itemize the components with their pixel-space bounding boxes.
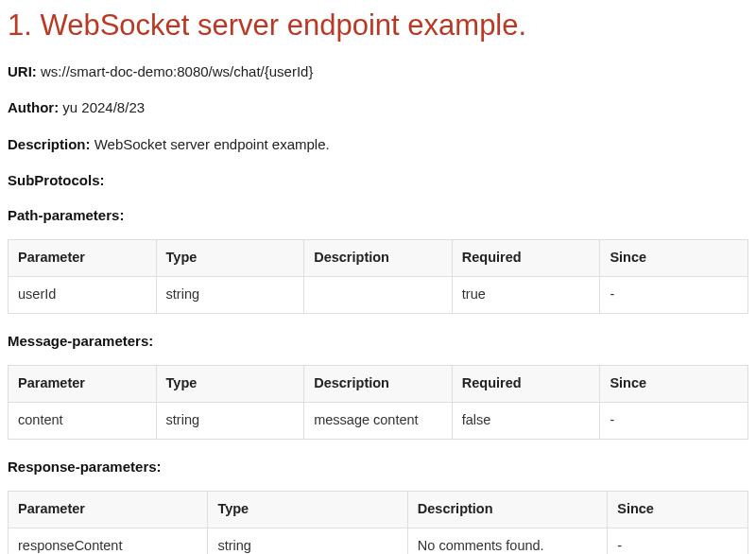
cell-since: -: [608, 528, 748, 555]
col-type: Type: [208, 492, 407, 528]
description-value: WebSocket server endpoint example.: [94, 136, 330, 152]
path-parameters-label-text: Path-parameters:: [8, 207, 124, 223]
col-required: Required: [452, 240, 600, 277]
path-parameters-label: Path-parameters:: [8, 205, 748, 227]
col-parameter: Parameter: [9, 240, 157, 277]
cell-since: -: [600, 403, 748, 440]
response-parameters-label: Response-parameters:: [8, 457, 748, 478]
table-row: responseContent string No comments found…: [9, 528, 748, 555]
uri-line: URI: ws://smart-doc-demo:8080/ws/chat/{u…: [8, 61, 748, 83]
col-since: Since: [600, 366, 748, 403]
response-parameters-label-text: Response-parameters:: [8, 459, 162, 475]
col-since: Since: [608, 492, 748, 528]
author-label: Author:: [8, 99, 59, 115]
description-line: Description: WebSocket server endpoint e…: [8, 134, 748, 156]
cell-since: -: [600, 277, 748, 314]
cell-parameter: responseContent: [9, 528, 208, 555]
cell-parameter: userId: [9, 277, 157, 314]
col-parameter: Parameter: [9, 366, 157, 403]
cell-description: message content: [304, 403, 453, 440]
cell-description: [304, 277, 453, 314]
col-required: Required: [452, 366, 600, 403]
response-parameters-table: Parameter Type Description Since respons…: [8, 491, 748, 554]
uri-value: ws://smart-doc-demo:8080/ws/chat/{userId…: [41, 63, 313, 79]
author-line: Author: yu 2024/8/23: [8, 97, 748, 119]
cell-parameter: content: [9, 403, 157, 440]
table-header-row: Parameter Type Description Since: [9, 492, 748, 528]
page-title: 1. WebSocket server endpoint example.: [8, 8, 748, 44]
cell-required: false: [452, 403, 600, 440]
table-row: content string message content false -: [9, 403, 748, 440]
table-header-row: Parameter Type Description Required Sinc…: [9, 240, 748, 277]
col-description: Description: [304, 366, 453, 403]
col-description: Description: [304, 240, 453, 277]
cell-description: No comments found.: [407, 528, 607, 555]
col-type: Type: [156, 366, 304, 403]
col-since: Since: [600, 240, 748, 277]
uri-label: URI:: [8, 63, 37, 79]
subprotocols-label-text: SubProtocols:: [8, 172, 105, 188]
path-parameters-table: Parameter Type Description Required Sinc…: [8, 239, 748, 314]
author-value: yu 2024/8/23: [62, 99, 145, 115]
table-row: userId string true -: [9, 277, 748, 314]
cell-type: string: [156, 403, 304, 440]
description-label: Description:: [8, 136, 91, 152]
col-parameter: Parameter: [9, 492, 208, 528]
cell-type: string: [156, 277, 304, 314]
col-description: Description: [407, 492, 607, 528]
message-parameters-label: Message-parameters:: [8, 331, 748, 353]
message-parameters-label-text: Message-parameters:: [8, 333, 153, 349]
table-header-row: Parameter Type Description Required Sinc…: [9, 366, 748, 403]
col-type: Type: [156, 240, 304, 277]
cell-type: string: [208, 528, 407, 555]
subprotocols-label: SubProtocols:: [8, 170, 748, 192]
message-parameters-table: Parameter Type Description Required Sinc…: [8, 365, 748, 440]
cell-required: true: [452, 277, 600, 314]
